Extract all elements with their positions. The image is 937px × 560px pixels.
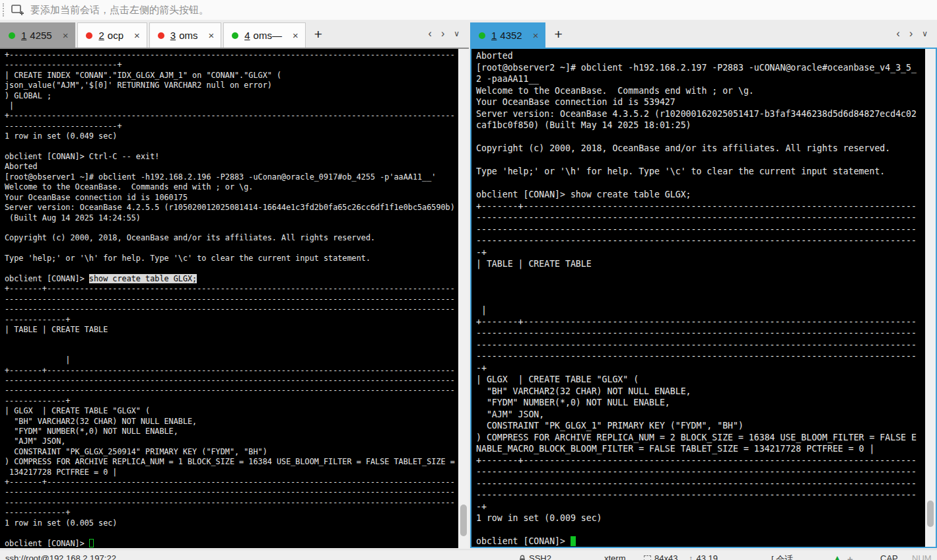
terminal-line: obclient [CONAN]> Ctrl-C -- exit!	[5, 152, 458, 162]
terminal-line: |	[5, 101, 458, 111]
terminal-line	[476, 270, 925, 282]
terminal-line	[476, 131, 925, 143]
lock-icon	[519, 555, 526, 560]
terminal-line: ----------------------------------------…	[5, 295, 458, 304]
terminal-line: ----------------------------------------…	[476, 339, 925, 351]
terminal-line: caf1bc0f850) (Built May 14 2025 18:01:25…	[476, 120, 925, 131]
terminal-pane-left: +---------------------------------------…	[0, 48, 469, 548]
toolbar-hint: 要添加当前会话，点击左侧的箭头按钮。	[30, 4, 209, 17]
tab-menu-icon[interactable]: ∨	[454, 30, 460, 38]
terminal-line: 1 row in set (0.009 sec)	[476, 512, 925, 524]
terminal-line: CONSTRAINT "PK_GLGX_250914" PRIMARY KEY …	[5, 447, 458, 457]
protocol-indicator: SSH2	[519, 553, 551, 560]
terminal-line: Type 'help;' or '\h' for help. Type '\c'…	[476, 166, 925, 178]
terminal-line: obclient [CONAN]> show create table GLGX…	[5, 274, 458, 284]
num-lock-indicator: NUM	[912, 553, 932, 560]
terminal-pane-right: Aborted[root@observer2 ~]# obclient -h19…	[470, 48, 937, 548]
terminal-line: +-------+-------------------------------…	[5, 477, 458, 487]
terminal-line: ----------------------------------------…	[5, 386, 458, 396]
terminal-line	[5, 142, 458, 152]
tab-number: 2	[98, 30, 104, 41]
terminal-line: |	[5, 355, 458, 365]
top-toolbar: 要添加当前会话，点击左侧的箭头按钮。	[0, 0, 937, 20]
size-icon	[644, 555, 651, 560]
upload-indicator-icon: ▲	[833, 553, 841, 560]
tab-strip-right: 14352× + ‹ › ∨	[470, 20, 937, 48]
scrollbar-left[interactable]	[458, 49, 469, 548]
tab-label: oms	[179, 30, 197, 41]
terminal-line: ) COMPRESS FOR ARCHIVE REPLICA_NUM = 1 B…	[5, 457, 458, 467]
terminal-line: ------------------------+	[5, 60, 458, 70]
add-session-icon[interactable]	[11, 4, 25, 16]
terminal-line: | TABLE | CREATE TABLE	[476, 258, 925, 270]
terminal-line: +-------+-------------------------------…	[476, 201, 925, 213]
tab-close-icon[interactable]: ×	[293, 30, 298, 41]
scrollbar-right[interactable]	[925, 49, 936, 547]
terminal-line: ----------------------------------------…	[476, 328, 925, 339]
tab-menu-icon[interactable]: ∨	[922, 30, 928, 38]
scrollbar-thumb[interactable]	[927, 501, 934, 527]
tab-close-icon[interactable]: ×	[63, 30, 69, 41]
terminal-line: ----------------------------------------…	[476, 466, 925, 478]
terminal-line	[5, 264, 458, 274]
tab-scroll-prev-icon[interactable]: ‹	[429, 28, 432, 39]
tab-session-4255[interactable]: 14255×	[0, 22, 75, 48]
tab-session-oms[interactable]: 3oms×	[149, 22, 221, 48]
terminal-line: Server version: OceanBase 4.3.5.2 (r1020…	[476, 108, 925, 120]
terminal-line: "FYDM" NUMBER(*,0) NOT NULL ENABLE,	[476, 397, 925, 409]
tab-container-right: 14352×	[470, 22, 547, 48]
connection-status-dot-icon	[232, 32, 238, 39]
terminal-line: ----------------------------------------…	[5, 498, 458, 508]
tab-session-oms—[interactable]: 4oms—×	[223, 22, 305, 48]
tab-label: 4255	[30, 30, 52, 41]
tab-label: oms—	[254, 30, 282, 41]
position-icon: ↕	[689, 553, 693, 560]
terminal-type: xterm	[604, 553, 626, 560]
terminal-line: Your OceanBase connection id is 539427	[476, 96, 925, 108]
terminal-line: -+	[476, 363, 925, 374]
new-tab-button-left[interactable]: +	[308, 21, 329, 48]
plus-indicator-icon: +	[847, 553, 853, 560]
terminal-line: ----------------------------------------…	[5, 376, 458, 386]
tab-container-left: 14255×2ocp×3oms×4oms—×	[0, 22, 308, 48]
session-url: ssh://root@192.168.2.197:22	[5, 553, 116, 560]
terminal-line: ----------------------------------------…	[5, 487, 458, 497]
terminal-line: ----------------------------------------…	[476, 224, 925, 236]
terminal-line: -------------+	[5, 315, 458, 325]
terminal-line: ----------------------------------------…	[476, 478, 925, 490]
tab-label: 4352	[500, 30, 522, 41]
tab-bar-row: 14255×2ocp×3oms×4oms—× + ‹ › ∨ 14352× + …	[0, 20, 937, 48]
tab-session-4352[interactable]: 14352×	[470, 22, 545, 48]
terminal-line: ----------------------------------------…	[476, 351, 925, 363]
terminal-line: Aborted	[476, 50, 925, 62]
connection-status-dot-icon	[86, 32, 92, 39]
terminal-line: Copyright (c) 2000, 2018, OceanBase and/…	[476, 143, 925, 155]
tab-scroll-next-icon[interactable]: ›	[909, 28, 913, 39]
terminal-line: | TABLE | CREATE TABLE	[5, 325, 458, 335]
terminal-line: ----------------------------------------…	[476, 212, 925, 224]
terminal-left[interactable]: +---------------------------------------…	[0, 49, 458, 548]
tab-session-ocp[interactable]: 2ocp×	[77, 22, 147, 48]
tab-label: ocp	[108, 30, 123, 41]
session-indicator[interactable]: [ 会话	[771, 553, 793, 560]
tab-close-icon[interactable]: ×	[134, 30, 140, 41]
tab-number: 1	[21, 30, 26, 41]
tab-scroll-prev-icon[interactable]: ‹	[897, 28, 900, 39]
terminal-right[interactable]: Aborted[root@observer2 ~]# obclient -h19…	[471, 49, 925, 547]
toolbar-grip[interactable]	[3, 3, 5, 17]
terminal-line: Aborted	[5, 162, 458, 172]
terminal-line: Welcome to the OceanBase. Commands end w…	[476, 85, 925, 97]
terminal-line: obclient [CONAN]>	[476, 536, 925, 547]
new-tab-button-right[interactable]: +	[547, 21, 569, 48]
tab-scroll-next-icon[interactable]: ›	[441, 28, 444, 39]
terminal-text: obclient [CONAN]>	[476, 536, 571, 546]
terminal-line	[5, 244, 458, 254]
terminal-line: -+	[476, 501, 925, 513]
tab-close-icon[interactable]: ×	[533, 30, 539, 41]
terminal-line	[5, 528, 458, 538]
terminal-line: (Built Aug 14 2025 14:24:55)	[5, 213, 458, 223]
terminal-line: 2 -paaAA11__	[476, 73, 925, 85]
terminal-line: ----------------------------------------…	[5, 304, 458, 314]
scrollbar-thumb[interactable]	[460, 505, 467, 536]
tab-close-icon[interactable]: ×	[208, 30, 214, 41]
